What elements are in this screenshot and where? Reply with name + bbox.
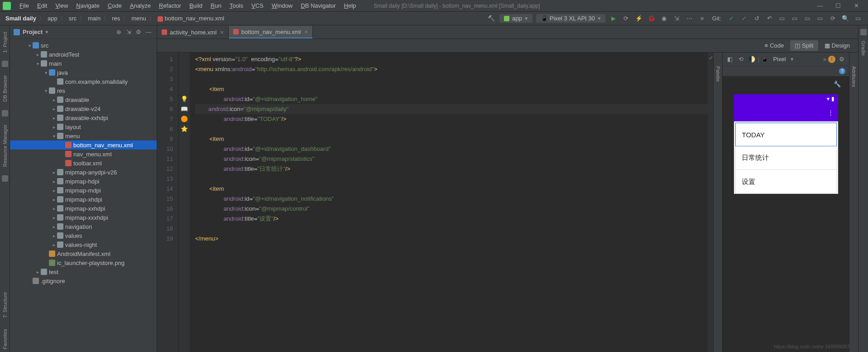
collapse-icon[interactable]: ⇲ (124, 28, 133, 37)
tree-node[interactable]: ▸values (10, 231, 157, 240)
gradle-tab[interactable]: Gradle (861, 38, 866, 58)
tree-node[interactable]: ic_launcher-playstore.png (10, 258, 157, 267)
structure-tab[interactable]: 7: Structure (2, 289, 8, 321)
resource-manager-icon[interactable]: ▭ (802, 13, 813, 24)
menu-refactor[interactable]: Refactor (155, 2, 185, 9)
tree-node[interactable]: ▸drawable-v24 (10, 104, 157, 113)
tool-icon[interactable] (2, 61, 8, 67)
editor-tab[interactable]: bottom_nav_menu.xml× (229, 26, 313, 39)
code-view-button[interactable]: ≡Code (760, 40, 789, 51)
maximize-button[interactable]: ☐ (829, 2, 847, 9)
tree-node[interactable]: ▸mipmap-anydpi-v26 (10, 168, 157, 177)
attach-debugger-icon[interactable]: ⇲ (671, 13, 682, 24)
breadcrumb-item[interactable]: Small daily (4, 15, 38, 22)
tree-node[interactable]: ▸layout (10, 122, 157, 131)
avd-manager-icon[interactable]: ▭ (777, 13, 787, 24)
tree-node[interactable]: ▾java (10, 68, 157, 77)
tree-node[interactable]: ▾menu (10, 131, 157, 140)
settings-gear-icon[interactable]: ⚙ (134, 28, 143, 37)
tree-node[interactable]: toolbar.xml (10, 159, 157, 168)
menu-help[interactable]: Help (340, 2, 360, 9)
tree-node[interactable]: ▸values-night (10, 240, 157, 249)
git-commit-icon[interactable]: ✓ (726, 13, 737, 24)
line-number-gutter[interactable]: 12345678910111213141516171819 (157, 53, 179, 352)
tree-node[interactable]: ▾res (10, 86, 157, 95)
tool-icon[interactable] (2, 110, 8, 116)
design-view-button[interactable]: ▦Design (820, 40, 854, 51)
tree-node[interactable]: bottom_nav_menu.xml (10, 140, 157, 149)
tree-node[interactable]: ▾main (10, 59, 157, 68)
settings-icon[interactable]: ▭ (853, 13, 863, 24)
menu-view[interactable]: View (51, 2, 72, 9)
tree-node[interactable]: ▸mipmap-xhdpi (10, 195, 157, 204)
theme-icon[interactable]: 🌓 (747, 55, 756, 64)
tree-node[interactable]: AndroidManifest.xml (10, 249, 157, 258)
profiler-icon[interactable]: ◉ (659, 13, 670, 24)
device-selector[interactable]: 📱 Pixel 3 XL API 30 ▾ (536, 14, 605, 23)
git-history-icon[interactable]: ↺ (751, 13, 762, 24)
tree-node[interactable]: com.example.smalldaily (10, 77, 157, 86)
tree-node[interactable]: ▸drawable-xxhdpi (10, 113, 157, 122)
attributes-tab[interactable]: Attributes (851, 66, 857, 87)
sync-icon[interactable]: ⟳ (827, 13, 838, 24)
apply-changes-icon[interactable]: ⟳ (621, 13, 632, 24)
build-hammer-icon[interactable]: 🔨 (486, 13, 497, 24)
tree-node[interactable]: ▸mipmap-mdpi (10, 186, 157, 195)
apply-code-changes-icon[interactable]: ⚡ (633, 13, 644, 24)
run-config-selector[interactable]: app ▾ (499, 14, 532, 23)
locate-icon[interactable]: ⊕ (114, 28, 123, 37)
menu-window[interactable]: Window (268, 2, 297, 9)
favorites-tab[interactable]: Favorites (2, 326, 8, 352)
hide-icon[interactable]: — (144, 28, 153, 37)
menu-navigate[interactable]: Navigate (72, 2, 103, 9)
close-button[interactable]: ✕ (847, 2, 865, 9)
tree-node[interactable]: ▸test (10, 267, 157, 276)
menu-item-today[interactable]: TODAY (735, 123, 837, 146)
menu-item-stats[interactable]: 日常统计 (735, 146, 837, 170)
help-icon[interactable]: ? (839, 68, 845, 74)
split-view-button[interactable]: ◫Split (790, 40, 818, 51)
git-rollback-icon[interactable]: ↶ (764, 13, 775, 24)
menu-code[interactable]: Code (104, 2, 126, 9)
orientation-icon[interactable]: ⟲ (736, 55, 745, 64)
code-editor[interactable]: <?xml version="1.0" encoding="utf-8"?> <… (190, 53, 708, 352)
tree-node[interactable]: .gitignore (10, 276, 157, 285)
breadcrumb-item[interactable]: main (86, 15, 102, 22)
preview-settings-icon[interactable]: ⚙ (837, 55, 846, 64)
warning-icon[interactable]: ! (828, 56, 835, 63)
tool-icon[interactable] (2, 175, 8, 182)
more-run-icon[interactable]: ⋯ (684, 13, 695, 24)
minimize-button[interactable]: — (811, 2, 829, 9)
debug-icon[interactable]: 🐞 (646, 13, 657, 24)
sdk-manager-icon[interactable]: ▭ (789, 13, 800, 24)
breadcrumb-item[interactable]: bottom_nav_menu.xml (156, 15, 226, 22)
breadcrumb-item[interactable]: src (67, 15, 78, 22)
menu-build[interactable]: Build (185, 2, 206, 9)
tree-node[interactable]: ▸mipmap-xxxhdpi (10, 213, 157, 222)
project-tree[interactable]: ▾src▸androidTest▾main▾javacom.example.sm… (10, 39, 157, 352)
menu-analyze[interactable]: Analyze (126, 2, 155, 9)
preview-device-label[interactable]: Pixel (770, 55, 788, 63)
menu-vcs[interactable]: VCS (247, 2, 268, 9)
menu-item-settings[interactable]: 设置 (735, 170, 837, 193)
preview-surface[interactable]: 🔧 ▾ ▮ ⋮ TODAY 日常统计 设置 (723, 76, 849, 352)
breadcrumb-item[interactable]: res (110, 15, 122, 22)
wrench-icon[interactable]: 🔧 (834, 81, 841, 87)
layout-inspector-icon[interactable]: ▭ (815, 13, 825, 24)
tree-node[interactable]: ▸androidTest (10, 50, 157, 59)
palette-tab[interactable]: Palette (715, 66, 721, 82)
editor-tab[interactable]: activity_home.xml× (157, 26, 229, 39)
run-button[interactable]: ▶ (608, 13, 619, 24)
tree-node[interactable]: ▸mipmap-xxhdpi (10, 204, 157, 213)
menu-db-navigator[interactable]: DB Navigator (297, 2, 340, 9)
search-icon[interactable]: 🔍 (840, 13, 851, 24)
stop-button[interactable]: ■ (697, 13, 708, 24)
breadcrumb-item[interactable]: app (46, 15, 59, 22)
tree-node[interactable]: ▸drawable (10, 95, 157, 104)
tree-node[interactable]: ▸mipmap-hdpi (10, 177, 157, 186)
menu-tools[interactable]: Tools (225, 2, 247, 9)
tree-node[interactable]: ▸navigation (10, 222, 157, 231)
resource-manager-tab[interactable]: Resource Manager (2, 122, 8, 170)
menu-file[interactable]: File (15, 2, 33, 9)
breadcrumb-item[interactable]: menu (129, 15, 148, 22)
